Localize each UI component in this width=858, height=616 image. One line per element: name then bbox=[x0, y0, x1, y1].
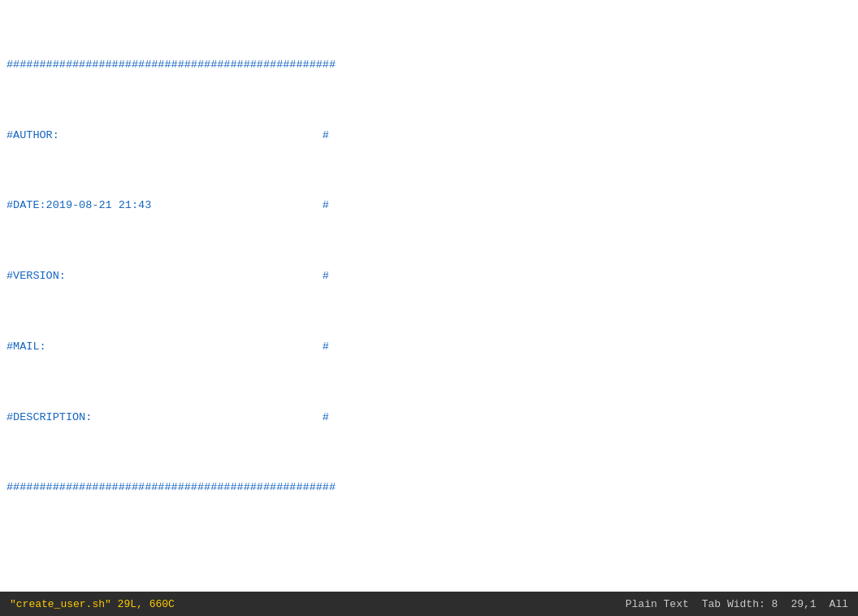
line-5: #MAIL: # bbox=[6, 338, 852, 356]
line-1: ########################################… bbox=[6, 56, 852, 74]
all-label: All bbox=[830, 598, 848, 610]
code-editor: ########################################… bbox=[0, 0, 858, 592]
line-7: ########################################… bbox=[6, 479, 852, 497]
cursor-position: 29,1 bbox=[791, 598, 816, 610]
line-3: #DATE:2019-08-21 21:43 # bbox=[6, 197, 852, 215]
status-left: "create_user.sh" 29L, 660C bbox=[10, 598, 175, 610]
status-bar: "create_user.sh" 29L, 660C Plain Text Ta… bbox=[0, 592, 858, 616]
line-4: #VERSION: # bbox=[6, 267, 852, 285]
tab-width-label[interactable]: Tab Width: 8 bbox=[702, 598, 778, 610]
plain-text-label[interactable]: Plain Text bbox=[626, 598, 689, 610]
filename-label: "create_user.sh" 29L, 660C bbox=[10, 598, 175, 610]
code-content[interactable]: ########################################… bbox=[0, 0, 858, 592]
line-2: #AUTHOR: # bbox=[6, 127, 852, 145]
line-6: #DESCRIPTION: # bbox=[6, 409, 852, 427]
line-8 bbox=[6, 549, 852, 567]
status-right: Plain Text Tab Width: 8 29,1 All bbox=[626, 598, 848, 610]
